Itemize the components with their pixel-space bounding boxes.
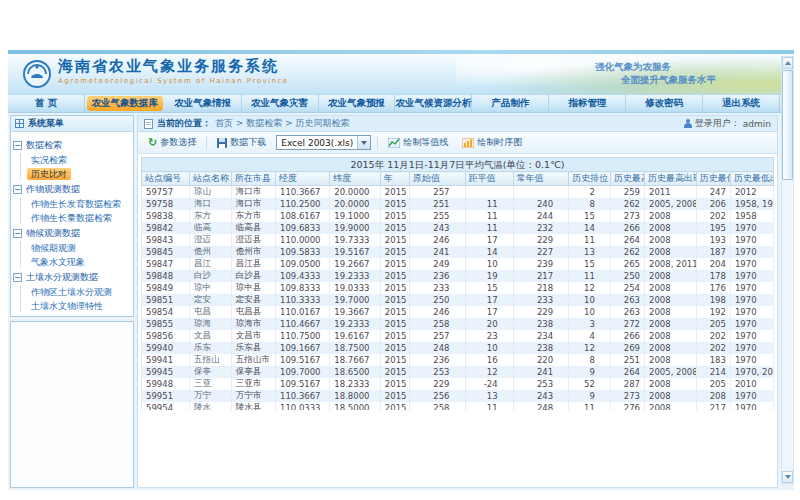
tree-item[interactable]: 物候期观测 (27, 242, 80, 254)
scrollbar-thumb[interactable] (782, 70, 793, 180)
nav-item[interactable]: 农业气象情报 (165, 95, 242, 112)
collapse-icon[interactable]: − (13, 229, 22, 238)
cell: 2015 (380, 306, 409, 318)
cell: 11 (465, 402, 513, 410)
nav-item[interactable]: 农业气象数据库 (87, 96, 163, 111)
tree-section[interactable]: −物候观测数据 (13, 226, 131, 240)
cell: 192 (696, 306, 730, 318)
nav-item[interactable]: 产品制作 (472, 95, 549, 112)
cell: 1970 (730, 222, 773, 234)
cell: 海口市 (231, 198, 275, 210)
table-row[interactable]: 59945保亭保亭县109.700018.6500201525312241926… (142, 366, 774, 378)
location-icon (144, 119, 153, 129)
table-row[interactable]: 59954陵水陵水县110.033318.5000201525811248112… (142, 402, 774, 410)
cell: 1958, 1970 (730, 198, 773, 210)
table-row[interactable]: 59940乐东乐东县109.166718.7500201524810238122… (142, 342, 774, 354)
cell: 9 (569, 390, 611, 402)
login-user: 登录用户： admin (684, 117, 771, 130)
collapse-icon[interactable]: − (13, 141, 22, 150)
cell: 109.6833 (275, 222, 329, 234)
save-disk-icon (217, 138, 227, 148)
table-row[interactable]: 59941五指山五指山市109.516718.76672015236162208… (142, 354, 774, 366)
cell: 10 (569, 306, 611, 318)
tree-section[interactable]: −作物观测数据 (13, 182, 131, 196)
cell: 1970 (730, 246, 773, 258)
tree-item[interactable]: 作物区土壤水分观测 (27, 286, 116, 298)
chevron-down-icon[interactable] (357, 136, 370, 149)
nav-item[interactable]: 退出系统 (703, 95, 780, 112)
collapse-icon[interactable]: − (13, 185, 22, 194)
draw-timeseries-button[interactable]: 绘制时序图 (458, 134, 526, 151)
nav-item[interactable]: 农业气象灾害 (242, 95, 319, 112)
page-scrollbar[interactable] (781, 56, 794, 484)
export-format-select[interactable]: Excel 2003(.xls) (276, 135, 371, 150)
table-row[interactable]: 59848白沙白沙县109.433319.2333201523619217112… (142, 270, 774, 282)
cell: 241 (513, 366, 569, 378)
cell: 屯昌县 (231, 306, 275, 318)
table-row[interactable]: 59845儋州儋州市109.583319.5167201524114227132… (142, 246, 774, 258)
cell: 2008 (645, 318, 697, 330)
cell: 儋州 (190, 246, 232, 258)
cell: 218 (513, 282, 569, 294)
banner: 强化气象为农服务 全面提升气象服务水平 海南省农业气象业务服务系统 Agrome… (8, 54, 794, 95)
title-block: 海南省农业气象业务服务系统 Agrometeorological System … (58, 57, 289, 85)
nav-item[interactable]: 修改密码 (626, 95, 703, 112)
cell: 2015 (380, 318, 409, 330)
table-row[interactable]: 59855琼海琼海市110.466719.2333201525820238327… (142, 318, 774, 330)
table-row[interactable]: 59847昌江昌江县109.050019.2667201524910239152… (142, 258, 774, 270)
table-row[interactable]: 59838东方东方市108.616719.1000201525511244152… (142, 210, 774, 222)
table-row[interactable]: 59843澄迈澄迈县110.000019.7333201524617229112… (142, 234, 774, 246)
cell: 110.3667 (275, 186, 329, 198)
table-row[interactable]: 59948三亚三亚市109.516718.23332015229-2425352… (142, 378, 774, 390)
param-select-label: 参数选择 (160, 136, 196, 149)
nav-item[interactable]: 农业气象预报 (319, 95, 396, 112)
tree-item[interactable]: 土壤水文物理特性 (27, 300, 107, 312)
table-row[interactable]: 59842临高临高县109.683319.9000201524311232142… (142, 222, 774, 234)
nav-item[interactable]: 农业气候资源分析 (395, 95, 472, 112)
cell: 临高 (190, 222, 232, 234)
data-download-button[interactable]: 数据下载 (213, 134, 270, 151)
table-row[interactable]: 59757琼山海口市110.366720.0000201525722592011… (142, 186, 774, 198)
cell: 262 (610, 246, 644, 258)
cell: 19.2333 (330, 270, 381, 282)
cell: 109.0500 (275, 258, 329, 270)
table-row[interactable]: 59951万宁万宁市110.366718.8000201525613243927… (142, 390, 774, 402)
cell: 2015 (380, 354, 409, 366)
cell: 2015 (380, 294, 409, 306)
tree-item[interactable]: 作物生长发育数据检索 (27, 198, 125, 210)
table-row[interactable]: 59854屯昌屯昌县110.016719.3667201524617229102… (142, 306, 774, 318)
tree-section[interactable]: −土壤水分观测数据 (13, 270, 131, 284)
cell: 244 (513, 210, 569, 222)
cell: 250 (409, 294, 465, 306)
collapse-icon[interactable]: − (13, 273, 22, 282)
table-scroll-region[interactable]: 59757琼山海口市110.366720.0000201525722592011… (141, 186, 774, 410)
cell: 2015 (380, 210, 409, 222)
cell: 2015 (380, 246, 409, 258)
tree-item[interactable]: 气象水文现象 (27, 256, 89, 268)
table-body: 59757琼山海口市110.366720.0000201525722592011… (142, 186, 774, 410)
draw-isoline-button[interactable]: 绘制等值线 (384, 134, 452, 151)
cell: 287 (610, 378, 644, 390)
scroll-up-button[interactable] (782, 57, 793, 69)
cell: 253 (513, 378, 569, 390)
banner-artwork: 强化气象为农服务 全面提升气象服务水平 (456, 54, 786, 95)
nav-item[interactable]: 首 页 (8, 95, 85, 112)
param-select-button[interactable]: ↻ 参数选择 (144, 134, 200, 151)
table-row[interactable]: 59851定安定安县110.333319.7000201525017233102… (142, 294, 774, 306)
tree-section[interactable]: −数据检索 (13, 138, 131, 152)
tree-item[interactable]: 实况检索 (27, 154, 71, 166)
scroll-down-button[interactable] (782, 471, 793, 483)
cell: 19 (465, 270, 513, 282)
tree-item[interactable]: 历史比对 (27, 168, 71, 180)
cell: 202 (696, 210, 730, 222)
cell: 217 (696, 402, 730, 410)
table-row[interactable]: 59758海口海口市110.250020.0000201525111240826… (142, 198, 774, 210)
table-row[interactable]: 59856文昌文昌市110.750019.6167201525723234426… (142, 330, 774, 342)
nav-item[interactable]: 指标管理 (549, 95, 626, 112)
cell: 琼海市 (231, 318, 275, 330)
table-row[interactable]: 59849琼中琼中县109.833319.0333201523315218122… (142, 282, 774, 294)
cell: 五指山 (190, 354, 232, 366)
breadcrumb-path[interactable]: 首页 > 数据检索 > 历史同期检索 (215, 117, 350, 130)
tree-item[interactable]: 作物生长量数据检索 (27, 212, 116, 224)
cell: 11 (465, 222, 513, 234)
